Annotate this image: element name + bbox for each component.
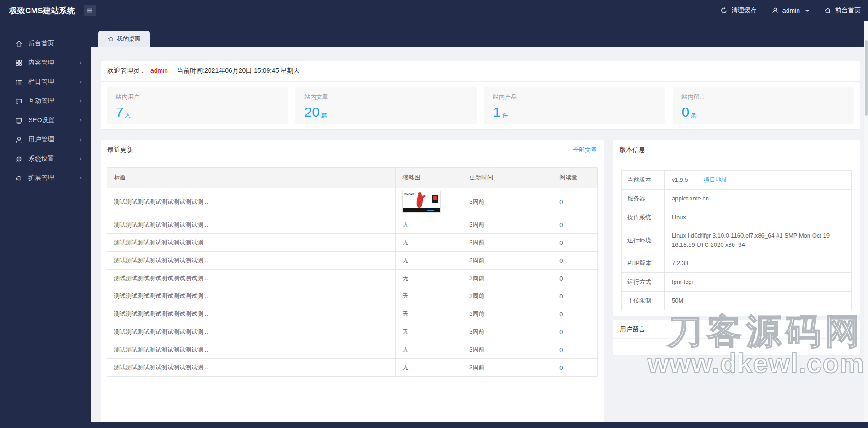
table-row: 测试测试测试测试测试测试测试测... 无 3周前 0 xyxy=(107,287,597,305)
article-title[interactable]: 测试测试测试测试测试测试测试测... xyxy=(107,287,395,305)
stat-label: 站内文章 xyxy=(305,93,468,101)
article-updated-time: 3周前 xyxy=(462,270,552,287)
tab-my-desktop[interactable]: 我的桌面 xyxy=(98,31,150,47)
article-view-count: 0 xyxy=(552,341,597,358)
article-thumbnail-cell: 无 xyxy=(395,234,462,251)
thumbnail-placeholder-text: 无 xyxy=(402,328,408,336)
stat-unit: 件 xyxy=(502,112,508,118)
dashboard-content: 欢迎管理员： admin！ 当前时间:2021年06月20日 15:09:45 … xyxy=(91,47,868,422)
stat-card: 站内用户 7 人 xyxy=(107,87,288,124)
sidebar-item-icon xyxy=(15,98,23,105)
stat-number: 0 xyxy=(682,105,690,119)
clear-cache-button[interactable]: 清理缓存 xyxy=(720,6,757,15)
article-updated-time: 3周前 xyxy=(462,305,552,323)
welcome-label: 欢迎管理员： xyxy=(107,67,146,75)
article-title[interactable]: 测试测试测试测试测试测试测试测... xyxy=(107,234,395,251)
article-thumbnail-cell: 无 xyxy=(395,216,462,233)
version-row: 运行环境 Linux i-d0dfifgr 3.10.0-1160.el7.x8… xyxy=(622,227,851,254)
home-icon xyxy=(824,7,831,14)
stat-value: 0 条 xyxy=(682,105,845,119)
chevron-right-icon xyxy=(78,156,83,162)
article-title[interactable]: 测试测试测试测试测试测试测试测... xyxy=(107,359,395,376)
version-row-value: 50M xyxy=(672,296,683,305)
article-updated-time: 3周前 xyxy=(462,252,552,269)
cms-admin-dashboard: { "app": { "title": "极致CMS建站系统" }, "head… xyxy=(0,0,868,428)
sidebar-item-label: 扩展管理 xyxy=(28,174,54,182)
article-thumbnail-image: NBA2K xyxy=(402,191,441,213)
guestbook-panel: 用户留言 xyxy=(613,320,860,355)
username: admin xyxy=(782,7,800,14)
front-home-button[interactable]: 前台首页 xyxy=(824,6,861,15)
article-title[interactable]: 测试测试测试测试测试测试测试测... xyxy=(107,305,395,323)
sidebar-item[interactable]: 系统设置 xyxy=(0,149,91,168)
version-row-value-cell: v1.9.5 项目地址 xyxy=(665,171,851,189)
article-title[interactable]: 测试测试测试测试测试测试测试测... xyxy=(107,270,395,287)
stat-card: 站内留言 0 条 xyxy=(673,87,854,124)
thumbnail-placeholder-text: 无 xyxy=(402,256,408,265)
header-actions: 清理缓存 admin 前台首页 xyxy=(720,6,868,15)
sidebar-item[interactable]: 互动管理 xyxy=(0,92,91,111)
sidebar-item-label: SEO设置 xyxy=(28,116,55,125)
article-thumbnail-cell: 无 xyxy=(395,305,462,323)
sidebar-item[interactable]: 扩展管理 xyxy=(0,168,91,188)
all-articles-link[interactable]: 全部文章 xyxy=(573,146,597,154)
chevron-right-icon xyxy=(78,137,83,142)
table-row: 测试测试测试测试测试测试测试测... 无 3周前 0 xyxy=(107,323,597,341)
version-row-label: 运行环境 xyxy=(622,227,665,254)
sidebar-item[interactable]: 栏目管理 xyxy=(0,72,91,92)
table-row: 测试测试测试测试测试测试测试测... 无 3周前 0 xyxy=(107,305,597,323)
thumbnail-placeholder-text: 无 xyxy=(402,221,408,229)
table-row: 测试测试测试测试测试测试测试测... NBA2K xyxy=(107,188,597,216)
article-view-count: 0 xyxy=(552,188,597,216)
version-row: PHP版本 7.2.33 xyxy=(622,254,851,273)
sidebar-item-label: 用户管理 xyxy=(28,135,54,144)
version-row-label: 操作系统 xyxy=(622,208,665,227)
article-title[interactable]: 测试测试测试测试测试测试测试测... xyxy=(107,341,395,358)
stat-label: 站内留言 xyxy=(682,93,845,101)
article-title[interactable]: 测试测试测试测试测试测试测试测... xyxy=(107,252,395,269)
project-url-link[interactable]: 项目地址 xyxy=(703,175,727,184)
version-row-label: PHP版本 xyxy=(622,254,665,272)
chevron-right-icon xyxy=(78,98,83,104)
stat-unit: 人 xyxy=(125,112,131,118)
thumbnail-placeholder-text: 无 xyxy=(402,274,408,282)
version-row-value: applet.xnte.cn xyxy=(672,194,709,203)
thumbnail-art-progress-bar xyxy=(427,210,434,211)
article-title[interactable]: 测试测试测试测试测试测试测试测... xyxy=(107,323,395,341)
thumbnail-placeholder-text: 无 xyxy=(402,310,408,318)
sidebar-item[interactable]: SEO设置 xyxy=(0,111,91,130)
article-updated-time: 3周前 xyxy=(462,234,552,251)
sidebar: 后台首页 内容管理 栏目管理 互动管理 SEO设置 用户管理 xyxy=(0,21,91,422)
stat-number: 1 xyxy=(493,105,501,119)
article-view-count: 0 xyxy=(552,359,597,376)
article-updated-time: 3周前 xyxy=(462,359,552,376)
version-row-value: Linux i-d0dfifgr 3.10.0-1160.el7.x86_64 … xyxy=(672,231,845,249)
sidebar-item[interactable]: 后台首页 xyxy=(0,34,91,53)
article-thumbnail-cell: 无 xyxy=(395,323,462,341)
tab-bar: 我的桌面 xyxy=(91,21,868,47)
article-title[interactable]: 测试测试测试测试测试测试测试测... xyxy=(107,188,395,216)
stat-label: 站内产品 xyxy=(493,93,656,101)
version-row-value-cell: applet.xnte.cn xyxy=(665,190,851,208)
page-scrollbar-thumb[interactable] xyxy=(865,40,868,116)
stat-value: 1 件 xyxy=(493,105,656,119)
sidebar-item[interactable]: 内容管理 xyxy=(0,53,91,72)
right-column: 版本信息 当前版本 v1.9.5 项目地址 xyxy=(613,140,860,355)
stat-value: 20 篇 xyxy=(305,105,468,119)
panel-title: 用户留言 xyxy=(620,325,645,334)
clear-cache-label: 清理缓存 xyxy=(731,6,757,15)
stats-row: 站内用户 7 人 站内文章 20 篇 站内产品 xyxy=(101,82,860,129)
sidebar-item[interactable]: 用户管理 xyxy=(0,130,91,149)
column-header-updated: 更新时间 xyxy=(462,168,552,188)
sidebar-toggle-button[interactable] xyxy=(84,5,96,16)
article-updated-time: 3周前 xyxy=(462,287,552,305)
version-row-label: 上传限制 xyxy=(622,292,665,310)
user-menu[interactable]: admin xyxy=(772,7,809,14)
article-title[interactable]: 测试测试测试测试测试测试测试测... xyxy=(107,216,395,233)
article-thumbnail-cell: 无 xyxy=(395,252,462,269)
article-updated-time: 3周前 xyxy=(462,216,552,233)
version-row: 上传限制 50M xyxy=(622,292,851,310)
thumbnail-art-badge-red xyxy=(433,196,437,200)
menu-list-icon xyxy=(86,7,93,14)
page-scrollbar-track[interactable] xyxy=(864,21,868,422)
